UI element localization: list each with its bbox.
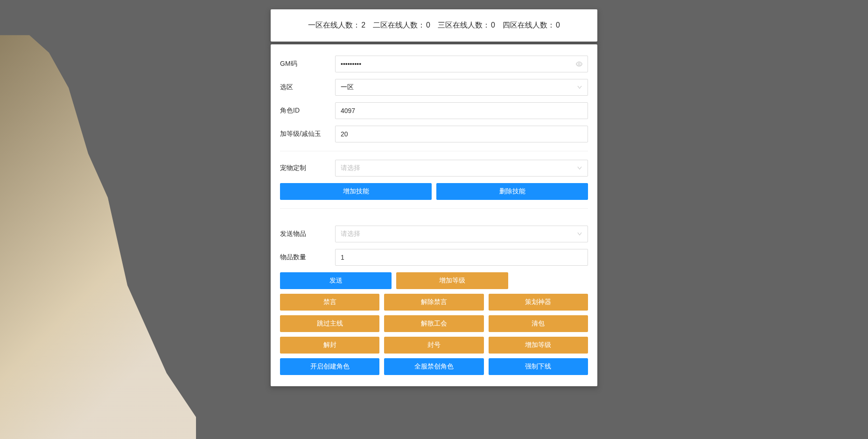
- skip-row: 跳过主线 解散工会 清包: [280, 315, 588, 332]
- zone1-count: 2: [361, 21, 365, 29]
- mute-row: 禁言 解除禁言 策划神器: [280, 294, 588, 311]
- status-card: 一区在线人数：2 二区在线人数：0 三区在线人数：0 四区在线人数：0: [271, 9, 597, 42]
- dissolve-guild-button[interactable]: 解散工会: [384, 315, 483, 332]
- zone-select[interactable]: 一区: [335, 79, 588, 96]
- zone2-count: 0: [426, 21, 430, 29]
- character-illustration: [0, 0, 196, 439]
- role-id-input[interactable]: [335, 102, 588, 119]
- level-input[interactable]: [335, 126, 588, 142]
- zone3-label: 三区在线人数：: [438, 21, 490, 29]
- add-level2-button[interactable]: 增加等级: [489, 337, 588, 354]
- gm-code-label: GM码: [280, 60, 335, 68]
- send-button[interactable]: 发送: [280, 272, 392, 289]
- chevron-down-icon: [577, 165, 582, 171]
- ban-row: 解封 封号 增加等级: [280, 337, 588, 354]
- add-skill-button[interactable]: 增加技能: [280, 183, 432, 200]
- item-qty-input[interactable]: [335, 249, 588, 266]
- pet-row: 宠物定制 请选择: [280, 160, 588, 177]
- gm-code-input[interactable]: [335, 56, 588, 72]
- chevron-down-icon: [577, 85, 582, 90]
- send-item-label: 发送物品: [280, 230, 335, 238]
- item-qty-label: 物品数量: [280, 253, 335, 262]
- item-qty-row: 物品数量: [280, 249, 588, 266]
- main-container: 一区在线人数：2 二区在线人数：0 三区在线人数：0 四区在线人数：0 GM码: [271, 9, 597, 386]
- zone1-status: 一区在线人数：2: [308, 21, 365, 30]
- send-row: 发送 增加等级: [280, 272, 588, 289]
- zone4-status: 四区在线人数：0: [503, 21, 560, 30]
- pet-label: 宠物定制: [280, 164, 335, 172]
- zone3-status: 三区在线人数：0: [438, 21, 495, 30]
- gm-code-row: GM码: [280, 56, 588, 72]
- clear-bag-button[interactable]: 清包: [489, 315, 588, 332]
- unban-button[interactable]: 解封: [280, 337, 379, 354]
- online-status-row: 一区在线人数：2 二区在线人数：0 三区在线人数：0 四区在线人数：0: [271, 9, 597, 42]
- zone1-label: 一区在线人数：: [308, 21, 360, 29]
- create-row: 开启创建角色 全服禁创角色 强制下线: [280, 358, 588, 375]
- zone4-count: 0: [556, 21, 560, 29]
- send-item-row: 发送物品 请选择: [280, 226, 588, 242]
- zone-label: 选区: [280, 83, 335, 92]
- plan-weapon-button[interactable]: 策划神器: [489, 294, 588, 311]
- zone-row: 选区 一区: [280, 79, 588, 96]
- skill-button-row: 增加技能 删除技能: [280, 183, 588, 200]
- role-id-row: 角色ID: [280, 102, 588, 119]
- zone-value: 一区: [341, 83, 354, 92]
- ban-button[interactable]: 封号: [384, 337, 483, 354]
- send-item-placeholder: 请选择: [341, 230, 360, 238]
- divider: [280, 208, 588, 209]
- level-label: 加等级/减仙玉: [280, 130, 335, 138]
- chevron-down-icon: [577, 231, 582, 237]
- role-id-label: 角色ID: [280, 106, 335, 115]
- level-row: 加等级/减仙玉: [280, 126, 588, 142]
- zone2-label: 二区在线人数：: [373, 21, 425, 29]
- zone4-label: 四区在线人数：: [503, 21, 555, 29]
- pet-select[interactable]: 请选择: [335, 160, 588, 177]
- send-item-select[interactable]: 请选择: [335, 226, 588, 242]
- force-offline-button[interactable]: 强制下线: [489, 358, 588, 375]
- form-card: GM码 选区 一区 角色ID: [271, 44, 597, 386]
- eye-icon[interactable]: [575, 60, 583, 68]
- mute-button[interactable]: 禁言: [280, 294, 379, 311]
- zone3-count: 0: [491, 21, 495, 29]
- delete-skill-button[interactable]: 删除技能: [436, 183, 588, 200]
- pet-placeholder: 请选择: [341, 164, 360, 172]
- open-create-role-button[interactable]: 开启创建角色: [280, 358, 379, 375]
- zone2-status: 二区在线人数：0: [373, 21, 430, 30]
- divider: [280, 151, 588, 151]
- unmute-button[interactable]: 解除禁言: [384, 294, 483, 311]
- skip-main-button[interactable]: 跳过主线: [280, 315, 379, 332]
- add-level-button[interactable]: 增加等级: [396, 272, 508, 289]
- all-forbid-create-button[interactable]: 全服禁创角色: [384, 358, 483, 375]
